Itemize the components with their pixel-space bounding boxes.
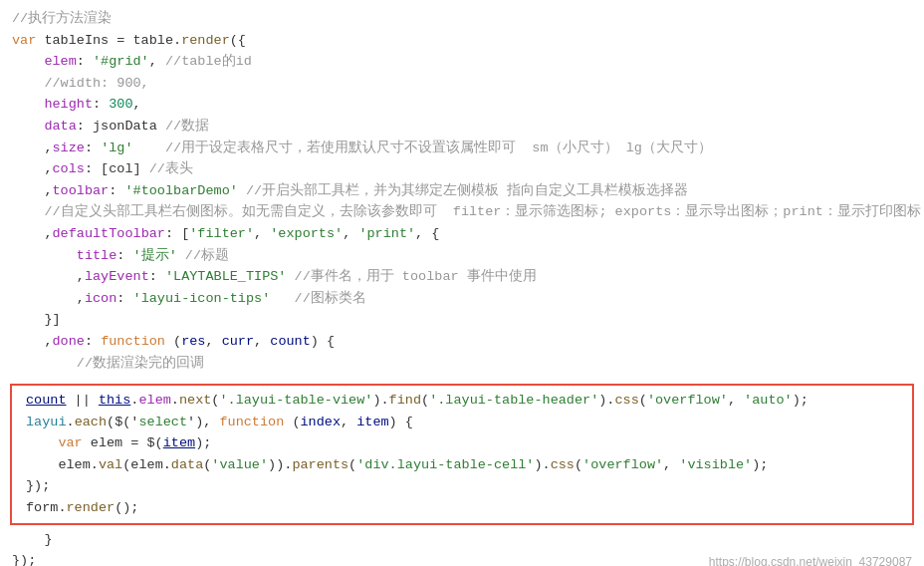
highlight-code-line: layui.each($('select'), function (index,…: [12, 412, 912, 433]
code-line: var tableIns = table.render({: [0, 30, 924, 52]
code-line: ,defaultToolbar: ['filter', 'exports', '…: [0, 223, 924, 245]
code-line: elem: '#grid', //table的id: [0, 51, 924, 73]
code-line: data: jsonData //数据: [0, 116, 924, 138]
code-line: ,icon: 'layui-icon-tips' //图标类名: [0, 288, 924, 310]
highlight-code-line: });: [12, 475, 912, 497]
code-line: ,cols: [col] //表头: [0, 158, 924, 180]
code-line: ,done: function (res, curr, count) {: [0, 331, 924, 353]
code-line: height: 300,: [0, 94, 924, 116]
code-line: ,toolbar: '#toolbarDemo' //开启头部工具栏，并为其绑定…: [0, 180, 924, 202]
code-container: //执行方法渲染 var tableIns = table.render({ e…: [0, 0, 924, 566]
code-line: }: [0, 529, 924, 551]
highlight-code-line: elem.val(elem.data('value')).parents('di…: [12, 454, 912, 476]
highlight-code-line: count || this.elem.next('.layui-table-vi…: [12, 390, 912, 412]
code-line: //width: 900,: [0, 73, 924, 95]
code-line: }]: [0, 309, 924, 331]
code-line: ,layEvent: 'LAYTABLE_TIPS' //事件名，用于 tool…: [0, 266, 924, 288]
code-line: //自定义头部工具栏右侧图标。如无需自定义，去除该参数即可 filter：显示筛…: [0, 201, 924, 223]
code-line: //数据渲染完的回调: [0, 353, 924, 375]
watermark: https://blog.csdn.net/weixin_43729087: [709, 553, 912, 566]
code-line: title: '提示' //标题: [0, 245, 924, 267]
code-line: //执行方法渲染: [0, 8, 924, 30]
highlight-code-line: form.render();: [12, 497, 912, 519]
highlight-block: count || this.elem.next('.layui-table-vi…: [10, 384, 914, 525]
highlight-code-line: var elem = $(item);: [12, 432, 912, 454]
spacer-line: [0, 374, 924, 380]
code-line: ,size: 'lg' //用于设定表格尺寸，若使用默认尺寸不设置该属性即可 s…: [0, 138, 924, 159]
